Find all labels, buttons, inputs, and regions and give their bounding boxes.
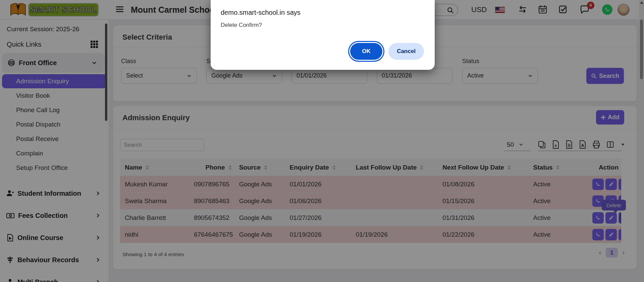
dialog-title: demo.smart-school.in says bbox=[221, 9, 424, 16]
browser-confirm-dialog: demo.smart-school.in says Delete Confirm… bbox=[211, 0, 435, 70]
cancel-button[interactable]: Cancel bbox=[388, 43, 424, 60]
smart-school-app: SMART SCHOOL Mount Carmel School USD 0 C… bbox=[0, 0, 644, 282]
dialog-message: Delete Confirm? bbox=[221, 22, 424, 29]
ok-button[interactable]: OK bbox=[350, 43, 382, 60]
